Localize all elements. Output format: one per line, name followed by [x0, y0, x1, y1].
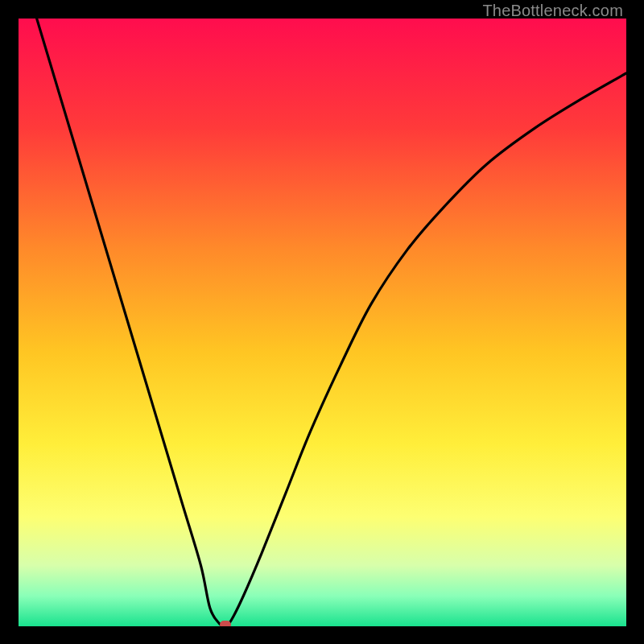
chart-frame: TheBottleneck.com: [0, 0, 644, 644]
optimal-point-marker: [220, 621, 231, 626]
plot-area: [19, 19, 626, 626]
watermark-text: TheBottleneck.com: [482, 2, 623, 20]
bottleneck-curve: [19, 19, 626, 626]
